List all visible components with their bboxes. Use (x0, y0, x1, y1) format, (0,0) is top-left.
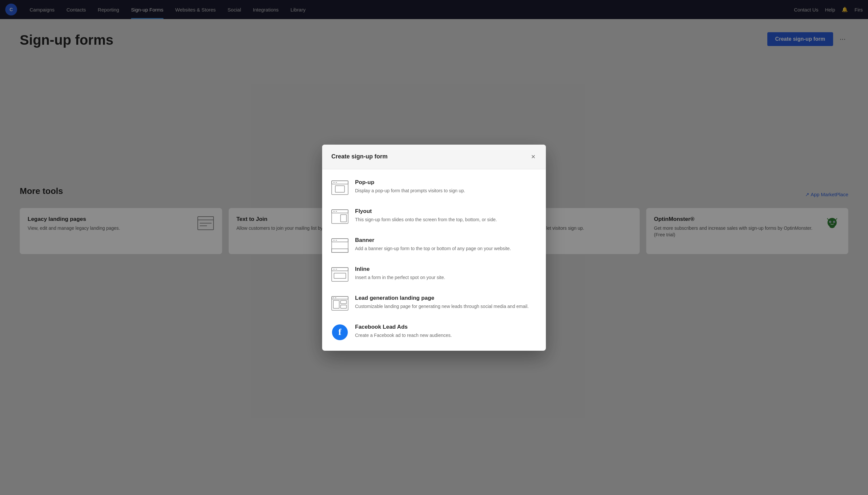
svg-rect-33 (332, 296, 348, 299)
svg-rect-19 (341, 215, 346, 222)
form-option-popup[interactable]: Pop-up Display a pop-up form that prompt… (322, 173, 546, 202)
flyout-icon (331, 208, 348, 225)
svg-rect-34 (333, 301, 339, 308)
facebook-text: Facebook Lead Ads Create a Facebook ad t… (355, 324, 537, 339)
svg-rect-17 (332, 210, 348, 223)
popup-description: Display a pop-up form that prompts visit… (355, 187, 537, 194)
inline-text: Inline Insert a form in the perfect spot… (355, 266, 537, 281)
modal-body: Pop-up Display a pop-up form that prompt… (322, 169, 546, 351)
form-option-inline[interactable]: Inline Insert a form in the perfect spot… (322, 260, 546, 289)
form-option-facebook[interactable]: f Facebook Lead Ads Create a Facebook ad… (322, 318, 546, 347)
svg-rect-29 (334, 273, 346, 278)
form-option-landing[interactable]: Lead generation landing page Customizabl… (322, 289, 546, 318)
landing-text: Lead generation landing page Customizabl… (355, 295, 537, 310)
inline-title: Inline (355, 266, 537, 272)
svg-rect-22 (332, 239, 348, 253)
landing-description: Customizable landing page for generating… (355, 303, 537, 310)
svg-rect-14 (335, 186, 344, 192)
popup-title: Pop-up (355, 179, 537, 186)
modal-close-button[interactable]: × (530, 151, 537, 163)
flyout-text: Flyout This sign-up form slides onto the… (355, 208, 537, 223)
form-option-flyout[interactable]: Flyout This sign-up form slides onto the… (322, 202, 546, 231)
inline-icon (331, 266, 348, 283)
inline-description: Insert a form in the perfect spot on you… (355, 274, 537, 281)
flyout-description: This sign-up form slides onto the screen… (355, 216, 537, 223)
landing-icon (331, 295, 348, 312)
banner-text: Banner Add a banner sign-up form to the … (355, 237, 537, 252)
banner-title: Banner (355, 237, 537, 243)
banner-icon (331, 237, 348, 254)
svg-rect-24 (332, 249, 348, 253)
banner-description: Add a banner sign-up form to the top or … (355, 245, 537, 252)
create-signup-form-modal: Create sign-up form × Pop-up Displa (322, 144, 546, 351)
svg-rect-36 (341, 305, 346, 308)
form-option-banner[interactable]: Banner Add a banner sign-up form to the … (322, 231, 546, 260)
facebook-title: Facebook Lead Ads (355, 324, 537, 330)
landing-title: Lead generation landing page (355, 295, 537, 302)
modal-overlay[interactable]: Create sign-up form × Pop-up Displa (0, 0, 868, 495)
facebook-icon: f (331, 324, 348, 341)
svg-rect-35 (341, 301, 346, 304)
modal-header: Create sign-up form × (322, 144, 546, 169)
modal-title: Create sign-up form (331, 153, 388, 160)
flyout-title: Flyout (355, 208, 537, 215)
facebook-description: Create a Facebook ad to reach new audien… (355, 332, 537, 339)
popup-icon (331, 179, 348, 196)
popup-text: Pop-up Display a pop-up form that prompt… (355, 179, 537, 194)
